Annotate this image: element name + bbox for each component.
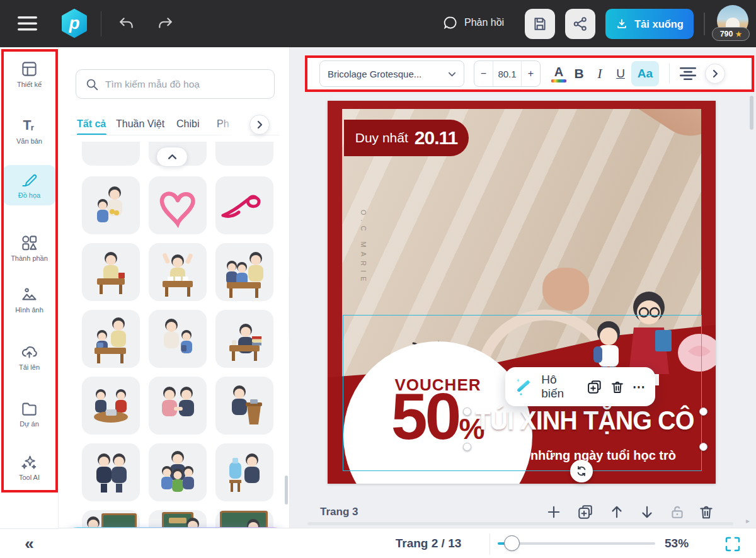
- arrow-down-icon: [639, 504, 655, 520]
- fullscreen-button[interactable]: [724, 536, 741, 552]
- teacher-cheer-graphic: [149, 243, 207, 301]
- selection-handle[interactable]: [463, 407, 471, 416]
- arrow-up-icon: [609, 504, 625, 520]
- more-options-button[interactable]: ⋯: [633, 379, 646, 394]
- design-canvas-page[interactable]: O.C MARIE: [328, 101, 716, 484]
- graphic-thumb-meeting-with-laptop[interactable]: [82, 377, 140, 435]
- sidebar-item-image[interactable]: Hình ảnh: [3, 286, 56, 314]
- topbar: p Phản hồi Tải xuống 790: [0, 0, 756, 47]
- underline-button[interactable]: U: [610, 61, 631, 86]
- rotate-button[interactable]: [570, 460, 593, 482]
- align-center-icon: [679, 67, 697, 81]
- canvas-vertical-scrollbar[interactable]: [750, 96, 753, 130]
- selection-handle[interactable]: [463, 443, 471, 451]
- graphic-thumb-handshake-women[interactable]: [149, 377, 207, 435]
- collapse-panel-button[interactable]: «: [0, 528, 59, 558]
- sidebar-item-components[interactable]: Thành phần: [3, 234, 56, 262]
- page-strip-scrollbar[interactable]: [307, 522, 733, 525]
- magic-toolbar: Hô biến ⋯: [505, 367, 655, 406]
- text-case-button[interactable]: Aa: [631, 61, 659, 86]
- font-family-select[interactable]: Bricolage Grotesque...: [319, 60, 464, 87]
- toolbar-more-button[interactable]: [705, 64, 725, 84]
- graphic-thumb-tired-teacher-desk[interactable]: [215, 310, 273, 368]
- sidebar-item-layout[interactable]: Thiết kế: [3, 60, 56, 88]
- svg-text:r: r: [31, 123, 35, 132]
- sidebar-item-text[interactable]: TrVăn bản: [3, 117, 56, 145]
- graphic-thumb-blackboard-teacher-2[interactable]: [215, 510, 273, 529]
- tabs-scroll-right-button[interactable]: [249, 115, 270, 135]
- graphic-thumb-blackboard-sign[interactable]: [149, 510, 207, 529]
- save-button[interactable]: [525, 9, 555, 39]
- download-button[interactable]: Tải xuống: [605, 9, 694, 39]
- font-size-increase-button[interactable]: +: [522, 61, 540, 86]
- magic-button-label[interactable]: Hô biến: [541, 373, 579, 401]
- rotate-icon: [575, 465, 588, 477]
- headline-text[interactable]: TÚI XINH TẶNG CÔ: [469, 407, 701, 435]
- duplicate-page-button[interactable]: [577, 504, 593, 520]
- duplicate-icon[interactable]: [587, 379, 602, 396]
- graphic-thumb-teacher-cheering[interactable]: [149, 243, 207, 301]
- graphic-thumb-pink-brush-heart[interactable]: [149, 176, 207, 234]
- graphic-thumb-teacher-family-hug[interactable]: [149, 443, 207, 501]
- graphic-thumb-water-dispenser[interactable]: [215, 443, 273, 501]
- graphic-thumb-mother-child-hug[interactable]: [82, 176, 140, 234]
- chevron-up-icon: [168, 152, 177, 162]
- zoom-slider-knob[interactable]: [504, 535, 520, 551]
- graphic-thumb-banner-thumb-3[interactable]: [215, 142, 273, 166]
- graphic-thumb-pink-ribbon-heart[interactable]: [215, 176, 273, 234]
- water-dispenser-graphic: [215, 443, 273, 501]
- share-button[interactable]: [565, 9, 595, 39]
- text-align-button[interactable]: [677, 61, 699, 86]
- move-page-up-button[interactable]: [609, 504, 625, 520]
- magic-wand-icon[interactable]: [514, 375, 534, 398]
- graphic-thumb-teacher-comforting-boy[interactable]: [82, 310, 140, 368]
- bold-button[interactable]: B: [568, 61, 590, 86]
- font-color-button[interactable]: A: [549, 61, 568, 86]
- page-name-label[interactable]: Trang 3: [320, 506, 358, 518]
- font-size-decrease-button[interactable]: −: [474, 61, 493, 86]
- sidebar-item-brush[interactable]: Đồ họa: [3, 165, 56, 205]
- teacher-desk-graphic: [82, 243, 140, 301]
- app-logo[interactable]: p: [60, 9, 89, 38]
- tab-thuan-viet[interactable]: Thuần Việt: [116, 118, 164, 130]
- graphic-thumb-teacher-and-student[interactable]: [149, 310, 207, 368]
- undo-icon[interactable]: [118, 16, 135, 31]
- tab-chibi[interactable]: Chibi: [176, 118, 199, 130]
- move-page-down-button[interactable]: [639, 504, 655, 520]
- sidebar-item-upload[interactable]: Tải lên: [3, 343, 56, 371]
- graphic-thumb-woman-at-podium[interactable]: [215, 377, 273, 435]
- lock-page-button[interactable]: [669, 504, 685, 520]
- redo-icon[interactable]: [157, 16, 173, 31]
- delete-page-button[interactable]: [698, 504, 714, 520]
- selection-handle[interactable]: [699, 443, 707, 451]
- graphic-thumb-blackboard-teacher-1[interactable]: [82, 510, 140, 529]
- hamburger-menu-icon[interactable]: [18, 16, 37, 31]
- zoom-percent-label[interactable]: 53%: [665, 537, 689, 550]
- sidebar-item-sparkles[interactable]: Tool AI: [3, 453, 56, 481]
- meeting-laptop-graphic: [82, 377, 140, 435]
- trash-icon[interactable]: [610, 379, 625, 396]
- graphic-thumb-teacher-at-desk[interactable]: [82, 243, 140, 301]
- heart-brush-graphic: [149, 176, 207, 234]
- panel-scrollbar[interactable]: [285, 475, 288, 504]
- graphics-panel: Tìm kiếm mẫu đồ hoạ Tất cảThuần ViệtChib…: [59, 47, 290, 529]
- badge-prefix: Duy nhất: [355, 130, 408, 145]
- italic-button[interactable]: I: [590, 61, 610, 86]
- sidebar-item-folder[interactable]: Dự án: [3, 400, 56, 428]
- graphic-thumb-banner-thumb-1[interactable]: [82, 142, 140, 166]
- search-input[interactable]: Tìm kiếm mẫu đồ hoạ: [76, 69, 275, 99]
- upload-icon: [21, 343, 38, 360]
- strip-arrow-icon[interactable]: ▸: [746, 516, 750, 525]
- credits-badge[interactable]: 790 ★: [712, 27, 750, 41]
- graphic-thumb-teacher-couple[interactable]: [82, 443, 140, 501]
- page-indicator[interactable]: Trang 2 / 13: [365, 537, 491, 550]
- graphic-thumb-teacher-with-kids-desk[interactable]: [215, 243, 273, 301]
- add-page-button[interactable]: [546, 504, 562, 520]
- selection-handle[interactable]: [699, 407, 707, 416]
- zoom-slider-track[interactable]: [498, 542, 655, 545]
- collapse-row-button[interactable]: [156, 147, 188, 167]
- tab-all[interactable]: Tất cả: [77, 118, 106, 130]
- teacher-kids-desk-graphic: [215, 243, 273, 301]
- feedback-button[interactable]: Phản hồi: [443, 15, 504, 30]
- font-size-value[interactable]: 80.1: [493, 61, 522, 86]
